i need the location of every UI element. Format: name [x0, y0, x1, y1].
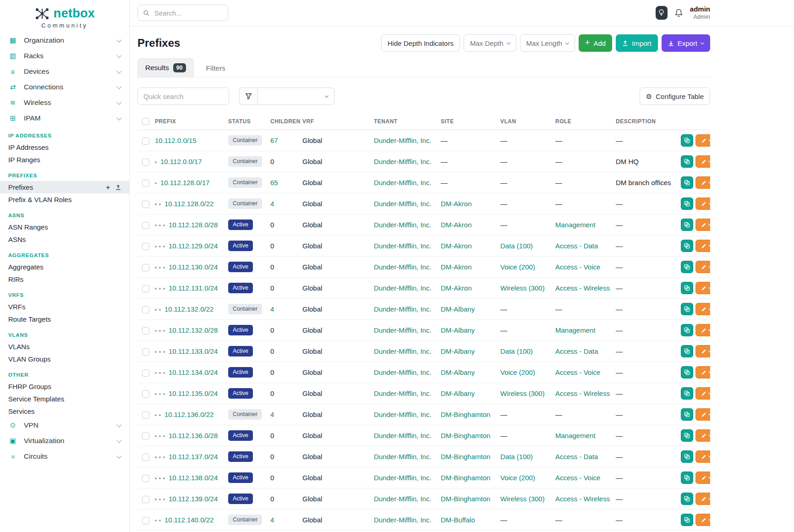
- row-checkbox[interactable]: [142, 264, 149, 271]
- role-link[interactable]: Access - Data: [555, 242, 598, 250]
- row-checkbox[interactable]: [142, 180, 149, 187]
- prefix-link[interactable]: 10.112.139.0/24: [169, 495, 218, 503]
- copy-button[interactable]: [681, 429, 693, 442]
- site-link[interactable]: DM-Albany: [441, 389, 475, 397]
- tab-filters[interactable]: Filters: [198, 59, 233, 77]
- prefix-link[interactable]: 10.112.136.0/22: [164, 411, 214, 418]
- sidebar-item-route-targets[interactable]: Route Targets: [0, 313, 129, 325]
- tenant-link[interactable]: Dunder-Mifflin, Inc.: [374, 389, 432, 397]
- sidebar-item-rirs[interactable]: RIRs: [0, 273, 129, 285]
- sidebar-item-vpn[interactable]: ⊙VPN: [0, 417, 129, 433]
- prefix-link[interactable]: 10.112.0.0/17: [160, 158, 202, 165]
- prefix-link[interactable]: 10.112.135.0/24: [169, 389, 218, 397]
- prefix-link[interactable]: 10.112.128.0/28: [169, 221, 218, 229]
- children-count-link[interactable]: 67: [270, 137, 278, 144]
- sidebar-item-organization[interactable]: ▦Organization: [0, 33, 129, 48]
- prefix-link[interactable]: 10.112.134.0/24: [169, 368, 218, 376]
- row-checkbox[interactable]: [142, 454, 149, 461]
- tenant-link[interactable]: Dunder-Mifflin, Inc.: [374, 179, 432, 186]
- column-header-vrf[interactable]: VRF: [298, 113, 369, 130]
- copy-button[interactable]: [681, 493, 693, 505]
- children-count-link[interactable]: 4: [270, 200, 274, 208]
- copy-button[interactable]: [681, 219, 693, 231]
- edit-button[interactable]: [695, 493, 710, 505]
- column-header-description[interactable]: DESCRIPTION: [611, 113, 676, 130]
- row-checkbox[interactable]: [142, 390, 149, 398]
- children-count-link[interactable]: 4: [270, 305, 274, 313]
- prefix-link[interactable]: 10.112.138.0/24: [169, 474, 218, 482]
- edit-button[interactable]: [695, 366, 710, 378]
- tenant-link[interactable]: Dunder-Mifflin, Inc.: [374, 242, 432, 250]
- row-checkbox[interactable]: [142, 433, 149, 440]
- tenant-link[interactable]: Dunder-Mifflin, Inc.: [374, 411, 432, 418]
- add-button[interactable]: + Add: [579, 34, 612, 52]
- vlan-link[interactable]: Data (100): [500, 242, 533, 250]
- vlan-link[interactable]: Voice (200): [500, 474, 535, 482]
- row-checkbox[interactable]: [142, 369, 149, 377]
- edit-button[interactable]: [695, 324, 710, 336]
- column-header-site[interactable]: SITE: [436, 113, 496, 130]
- hide-depth-indicators-button[interactable]: Hide Depth Indicators: [381, 34, 460, 52]
- role-link[interactable]: Management: [555, 221, 596, 229]
- prefix-link[interactable]: 10.112.0.0/15: [155, 137, 197, 144]
- theme-toggle-button[interactable]: [656, 6, 668, 20]
- edit-button[interactable]: [695, 197, 710, 210]
- vlan-link[interactable]: Voice (200): [500, 368, 535, 376]
- site-link[interactable]: DM-Akron: [441, 242, 472, 250]
- copy-button[interactable]: [681, 387, 693, 400]
- export-button[interactable]: Export: [662, 34, 710, 52]
- edit-button[interactable]: [695, 240, 710, 252]
- tenant-link[interactable]: Dunder-Mifflin, Inc.: [374, 200, 432, 208]
- column-header-vlan[interactable]: VLAN: [496, 113, 551, 130]
- edit-button[interactable]: [695, 450, 710, 463]
- copy-button[interactable]: [681, 240, 693, 252]
- children-count-link[interactable]: 65: [270, 179, 278, 186]
- column-header-prefix[interactable]: PREFIX: [150, 113, 224, 130]
- global-search-input[interactable]: [153, 9, 222, 17]
- row-checkbox[interactable]: [142, 411, 149, 419]
- tenant-link[interactable]: Dunder-Mifflin, Inc.: [374, 305, 432, 313]
- copy-button[interactable]: [681, 303, 693, 315]
- edit-button[interactable]: [695, 345, 710, 357]
- tenant-link[interactable]: Dunder-Mifflin, Inc.: [374, 263, 432, 271]
- site-link[interactable]: DM-Binghamton: [441, 432, 490, 439]
- sidebar-item-asns[interactable]: ASNs: [0, 233, 129, 246]
- copy-button[interactable]: [681, 472, 693, 484]
- notifications-button[interactable]: [674, 8, 683, 17]
- edit-button[interactable]: [695, 408, 710, 421]
- edit-button[interactable]: [695, 219, 710, 231]
- copy-button[interactable]: [681, 324, 693, 336]
- edit-button[interactable]: [695, 282, 710, 294]
- sidebar-item-services[interactable]: Services: [0, 405, 129, 417]
- tenant-link[interactable]: Dunder-Mifflin, Inc.: [374, 347, 432, 355]
- quick-import-button[interactable]: [115, 185, 121, 190]
- sidebar-item-ip-addresses[interactable]: IP Addresses: [0, 141, 129, 154]
- prefix-link[interactable]: 10.112.137.0/24: [169, 453, 218, 461]
- edit-button[interactable]: [695, 429, 710, 442]
- row-checkbox[interactable]: [142, 348, 149, 356]
- edit-button[interactable]: [695, 261, 710, 273]
- tenant-link[interactable]: Dunder-Mifflin, Inc.: [374, 158, 432, 165]
- copy-button[interactable]: [681, 155, 693, 168]
- saved-filter-select[interactable]: [257, 88, 334, 105]
- prefix-link[interactable]: 10.112.132.0/28: [169, 326, 218, 334]
- configure-table-button[interactable]: ⚙ Configure Table: [640, 88, 710, 105]
- sidebar-item-devices[interactable]: ≡Devices: [0, 64, 129, 79]
- tab-results[interactable]: Results 90: [137, 58, 194, 77]
- edit-button[interactable]: [695, 514, 710, 526]
- edit-button[interactable]: [695, 176, 710, 189]
- edit-button[interactable]: [695, 303, 710, 315]
- tenant-link[interactable]: Dunder-Mifflin, Inc.: [374, 137, 432, 144]
- site-link[interactable]: DM-Binghamton: [441, 411, 490, 418]
- sidebar-item-service-templates[interactable]: Service Templates: [0, 393, 129, 405]
- prefix-link[interactable]: 10.112.136.0/28: [169, 432, 218, 439]
- import-button[interactable]: Import: [616, 34, 658, 52]
- vlan-link[interactable]: Voice (200): [500, 263, 535, 271]
- sidebar-item-vrfs[interactable]: VRFs: [0, 301, 129, 313]
- sidebar-item-virtualization[interactable]: ▣Virtualization: [0, 433, 129, 449]
- copy-button[interactable]: [681, 134, 693, 147]
- sidebar-item-ip-ranges[interactable]: IP Ranges: [0, 154, 129, 166]
- filter-button[interactable]: [239, 88, 257, 105]
- tenant-link[interactable]: Dunder-Mifflin, Inc.: [374, 474, 432, 482]
- row-checkbox[interactable]: [142, 222, 149, 229]
